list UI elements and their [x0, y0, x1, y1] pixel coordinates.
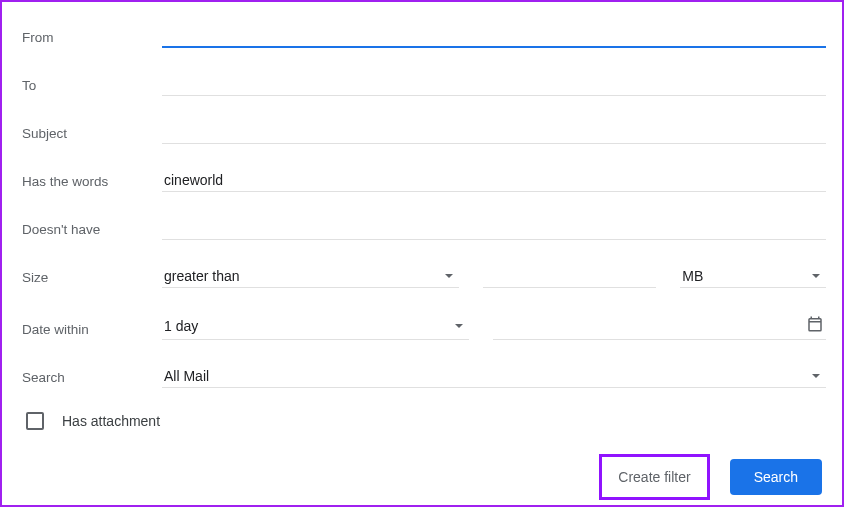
doesnt-have-label: Doesn't have [22, 222, 162, 240]
to-row: To [22, 72, 826, 96]
date-within-value: 1 day [164, 318, 198, 334]
doesnt-have-row: Doesn't have [22, 216, 826, 240]
size-unit-value: MB [682, 268, 703, 284]
size-unit-dropdown[interactable]: MB [680, 265, 826, 288]
chevron-down-icon [812, 274, 820, 278]
has-attachment-checkbox[interactable] [26, 412, 44, 430]
chevron-down-icon [812, 374, 820, 378]
search-button[interactable]: Search [730, 459, 822, 495]
has-attachment-row: Has attachment [22, 412, 826, 430]
date-within-label: Date within [22, 322, 162, 340]
subject-label: Subject [22, 126, 162, 144]
filter-form-container: From To Subject Has the words Doesn't ha [4, 8, 840, 507]
size-row: Size greater than MB [22, 264, 826, 288]
from-row: From [22, 24, 826, 48]
calendar-icon [806, 315, 824, 336]
has-words-input[interactable] [162, 169, 826, 192]
size-value-input[interactable] [483, 265, 656, 288]
button-row: Create filter Search [22, 454, 826, 500]
size-label: Size [22, 270, 162, 288]
search-in-dropdown[interactable]: All Mail [162, 365, 826, 388]
from-label: From [22, 30, 162, 48]
date-within-row: Date within 1 day [22, 312, 826, 340]
filter-dialog-outer: From To Subject Has the words Doesn't ha [0, 0, 844, 507]
date-within-dropdown[interactable]: 1 day [162, 312, 469, 340]
doesnt-have-input[interactable] [162, 217, 826, 240]
search-in-label: Search [22, 370, 162, 388]
chevron-down-icon [445, 274, 453, 278]
to-label: To [22, 78, 162, 96]
has-attachment-label: Has attachment [62, 413, 160, 429]
to-input[interactable] [162, 73, 826, 96]
subject-input[interactable] [162, 121, 826, 144]
from-input[interactable] [162, 24, 826, 48]
size-operator-value: greater than [164, 268, 240, 284]
subject-row: Subject [22, 120, 826, 144]
date-range-field[interactable] [493, 312, 826, 340]
size-operator-dropdown[interactable]: greater than [162, 265, 459, 288]
has-words-label: Has the words [22, 174, 162, 192]
search-row: Search All Mail [22, 364, 826, 388]
has-words-row: Has the words [22, 168, 826, 192]
chevron-down-icon [455, 324, 463, 328]
create-filter-highlight: Create filter [599, 454, 709, 500]
create-filter-button[interactable]: Create filter [604, 459, 704, 495]
search-in-value: All Mail [164, 368, 209, 384]
